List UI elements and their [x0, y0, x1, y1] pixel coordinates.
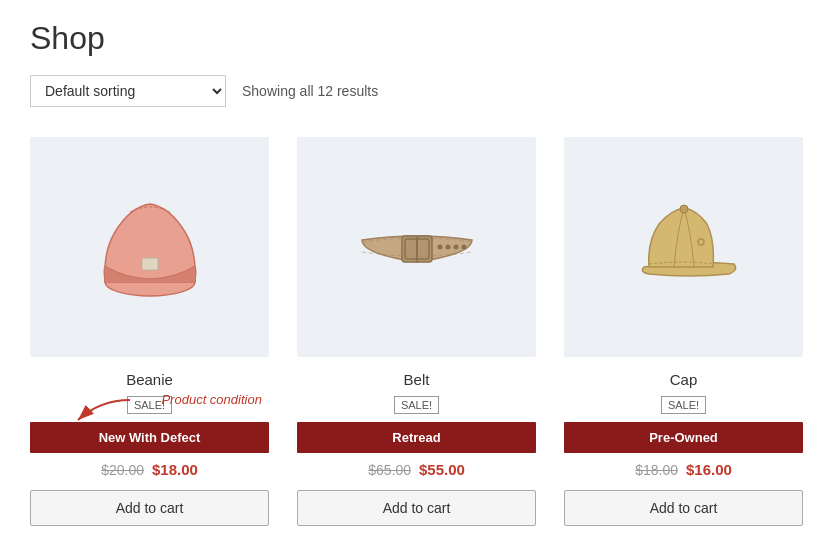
price-row-cap: $18.00 $16.00: [635, 461, 732, 478]
price-original-beanie: $20.00: [101, 462, 144, 478]
product-name-belt: Belt: [404, 371, 430, 388]
product-name-cap: Cap: [670, 371, 698, 388]
annotation-arrow: [60, 396, 140, 426]
products-grid: Beanie SALE! Product condition New With …: [30, 137, 803, 526]
svg-point-9: [461, 245, 466, 250]
add-to-cart-belt[interactable]: Add to cart: [297, 490, 536, 526]
product-name-beanie: Beanie: [126, 371, 173, 388]
annotation-label: Product condition: [161, 392, 261, 407]
sale-badge-cap: SALE!: [661, 396, 706, 414]
price-original-belt: $65.00: [368, 462, 411, 478]
sale-badge-belt: SALE!: [394, 396, 439, 414]
condition-badge-beanie: New With Defect: [30, 422, 269, 453]
page-title: Shop: [30, 20, 803, 57]
svg-rect-1: [142, 258, 158, 270]
svg-point-10: [680, 205, 688, 213]
product-card-beanie: Beanie SALE! Product condition New With …: [30, 137, 269, 526]
price-sale-beanie: $18.00: [152, 461, 198, 478]
add-to-cart-beanie[interactable]: Add to cart: [30, 490, 269, 526]
svg-point-8: [453, 245, 458, 250]
price-original-cap: $18.00: [635, 462, 678, 478]
product-image-beanie: [30, 137, 269, 357]
price-row-beanie: $20.00 $18.00: [101, 461, 198, 478]
toolbar: Default sorting Sort by popularity Sort …: [30, 75, 803, 107]
condition-badge-cap: Pre-Owned: [564, 422, 803, 453]
add-to-cart-cap[interactable]: Add to cart: [564, 490, 803, 526]
price-sale-belt: $55.00: [419, 461, 465, 478]
svg-point-6: [437, 245, 442, 250]
product-image-cap: [564, 137, 803, 357]
product-card-belt: Belt SALE! Retread $65.00 $55.00 Add to …: [297, 137, 536, 526]
results-count: Showing all 12 results: [242, 83, 378, 99]
sort-select[interactable]: Default sorting Sort by popularity Sort …: [30, 75, 226, 107]
product-card-cap: Cap SALE! Pre-Owned $18.00 $16.00 Add to…: [564, 137, 803, 526]
condition-badge-belt: Retread: [297, 422, 536, 453]
price-row-belt: $65.00 $55.00: [368, 461, 465, 478]
product-image-belt: [297, 137, 536, 357]
price-sale-cap: $16.00: [686, 461, 732, 478]
svg-point-7: [445, 245, 450, 250]
